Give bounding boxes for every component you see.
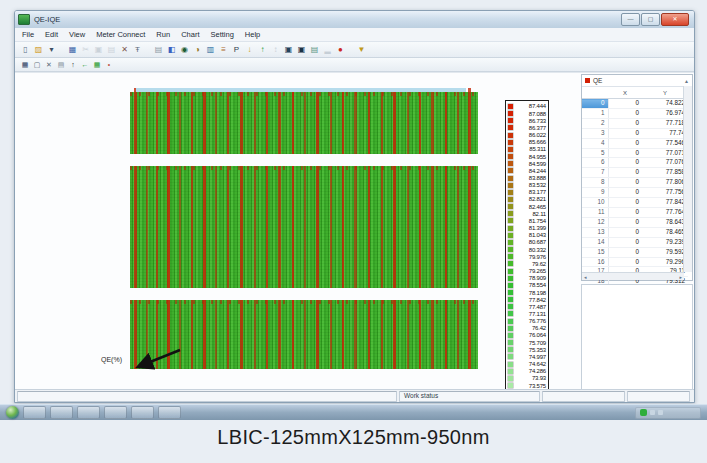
y-value-cell[interactable]: 76.974 xyxy=(642,108,688,118)
arrow-up-green-icon[interactable]: ↑ xyxy=(256,43,269,56)
table-row[interactable]: 11077.764 xyxy=(582,207,688,217)
y-value-cell[interactable]: 77.74 xyxy=(642,128,688,138)
arrow-left-green-icon[interactable]: ← xyxy=(79,59,91,70)
table-row[interactable]: 13078.465 xyxy=(582,227,688,237)
taskbar-window-button[interactable] xyxy=(77,406,100,419)
row-index-cell[interactable]: 13 xyxy=(582,227,608,237)
y-value-cell[interactable]: 77.842 xyxy=(642,198,688,208)
title-bar[interactable]: QE-IQE —▢✕ xyxy=(15,11,694,28)
new-file-icon[interactable]: ▯ xyxy=(19,43,32,56)
menu-setting[interactable]: Setting xyxy=(210,30,233,39)
minimize-button[interactable]: — xyxy=(621,13,640,26)
taskbar-window-button[interactable] xyxy=(131,406,154,419)
row-index-cell[interactable]: 7 xyxy=(582,168,608,178)
menu-run[interactable]: Run xyxy=(156,30,170,39)
menu-meter-connect[interactable]: Meter Connect xyxy=(96,30,145,39)
y-value-cell[interactable]: 74.822 xyxy=(642,99,688,109)
menu-file[interactable]: File xyxy=(22,30,34,39)
menu-edit[interactable]: Edit xyxy=(45,30,58,39)
y-value-cell[interactable]: 78.643 xyxy=(642,217,688,227)
p-tool-icon[interactable]: P xyxy=(230,43,243,56)
maximize-button[interactable]: ▢ xyxy=(641,13,660,26)
table-row[interactable]: 12078.643 xyxy=(582,217,688,227)
row-index-cell[interactable]: 14 xyxy=(582,237,608,247)
filter-funnel-icon[interactable]: ▼ xyxy=(355,43,368,56)
row-index-cell[interactable]: 16 xyxy=(582,257,608,267)
row-index-cell[interactable]: 3 xyxy=(582,128,608,138)
table-row[interactable]: 6077.076 xyxy=(582,158,688,168)
menu-chart[interactable]: Chart xyxy=(181,30,199,39)
row-index-cell[interactable]: 11 xyxy=(582,207,608,217)
y-value-cell[interactable]: 79.592 xyxy=(642,247,688,257)
y-value-cell[interactable]: 77.718 xyxy=(642,118,688,128)
chart-teal-icon[interactable]: ▤ xyxy=(308,43,321,56)
row-index-cell[interactable]: 9 xyxy=(582,188,608,198)
cross-tool-icon[interactable]: ✕ xyxy=(43,59,55,70)
monitor-icon[interactable]: ▣ xyxy=(282,43,295,56)
x-value-cell[interactable]: 0 xyxy=(608,247,642,257)
row-index-cell[interactable]: 12 xyxy=(582,217,608,227)
delete-icon[interactable]: ✕ xyxy=(118,43,131,56)
row-index-cell[interactable]: 10 xyxy=(582,198,608,208)
menu-view[interactable]: View xyxy=(69,30,85,39)
taskbar-window-button[interactable] xyxy=(50,406,73,419)
x-value-cell[interactable]: 0 xyxy=(608,257,642,267)
table-row[interactable]: 10077.842 xyxy=(582,198,688,208)
x-value-cell[interactable]: 0 xyxy=(608,128,642,138)
x-value-cell[interactable]: 0 xyxy=(608,188,642,198)
row-index-cell[interactable]: 5 xyxy=(582,148,608,158)
table-row[interactable]: 15079.592 xyxy=(582,247,688,257)
table-row[interactable]: 14079.239 xyxy=(582,237,688,247)
wafer-map-icon[interactable]: ◧ xyxy=(165,43,178,56)
y-value-cell[interactable]: 77.756 xyxy=(642,188,688,198)
table-v-scrollbar[interactable] xyxy=(683,86,692,272)
x-value-cell[interactable]: 0 xyxy=(608,178,642,188)
close-button[interactable]: ✕ xyxy=(661,13,689,26)
x-value-cell[interactable]: 0 xyxy=(608,158,642,168)
scroll-left-icon[interactable]: ◂ xyxy=(584,274,587,280)
x-value-cell[interactable]: 0 xyxy=(608,118,642,128)
table-row[interactable]: 0074.822 xyxy=(582,99,688,109)
probe-icon[interactable]: Ŧ xyxy=(131,43,144,56)
y-value-cell[interactable]: 78.465 xyxy=(642,227,688,237)
column-header-X[interactable]: X xyxy=(608,87,642,99)
y-value-cell[interactable]: 77.858 xyxy=(642,168,688,178)
x-value-cell[interactable]: 0 xyxy=(608,168,642,178)
x-value-cell[interactable]: 0 xyxy=(608,108,642,118)
table-h-scrollbar[interactable]: ◂ ▸ xyxy=(582,272,684,280)
x-value-cell[interactable]: 0 xyxy=(608,148,642,158)
monitor-dark-icon[interactable]: ▣ xyxy=(295,43,308,56)
tray-icon[interactable] xyxy=(658,410,663,415)
table-row[interactable]: 5077.071 xyxy=(582,148,688,158)
row-index-cell[interactable]: 8 xyxy=(582,178,608,188)
x-value-cell[interactable]: 0 xyxy=(608,198,642,208)
y-value-cell[interactable]: 77.071 xyxy=(642,148,688,158)
target-icon[interactable]: ◉ xyxy=(178,43,191,56)
row-index-cell[interactable]: 4 xyxy=(582,138,608,148)
grid-view-icon[interactable]: ▦ xyxy=(19,59,31,70)
taskbar-window-button[interactable] xyxy=(104,406,127,419)
scroll-up-icon[interactable]: ▲ xyxy=(684,78,689,84)
record-dot-icon[interactable]: • xyxy=(103,59,115,70)
record-icon[interactable]: ● xyxy=(334,43,347,56)
x-value-cell[interactable]: 0 xyxy=(608,138,642,148)
column-header-index[interactable] xyxy=(582,87,608,99)
y-value-cell[interactable]: 77.546 xyxy=(642,138,688,148)
y-value-cell[interactable]: 79.239 xyxy=(642,237,688,247)
selected-row-index-cell[interactable]: 0 xyxy=(582,99,608,109)
table-row[interactable]: 16079.296 xyxy=(582,257,688,267)
row-index-cell[interactable]: 15 xyxy=(582,247,608,257)
menu-help[interactable]: Help xyxy=(245,30,260,39)
table-row[interactable]: 8077.806 xyxy=(582,178,688,188)
tray-app-icon[interactable] xyxy=(640,409,647,416)
x-value-cell[interactable]: 0 xyxy=(608,237,642,247)
table-row[interactable]: 7077.858 xyxy=(582,168,688,178)
column-header-Y[interactable]: Y xyxy=(642,87,688,99)
scroll-right-icon[interactable]: ▸ xyxy=(679,274,682,280)
x-value-cell[interactable]: 0 xyxy=(608,217,642,227)
open-folder-icon[interactable]: ▨ xyxy=(32,43,45,56)
taskbar-window-button[interactable] xyxy=(158,406,181,419)
taskbar-window-button[interactable] xyxy=(23,406,46,419)
lbic-scan-map[interactable] xyxy=(130,88,478,369)
table-row[interactable]: 4077.546 xyxy=(582,138,688,148)
